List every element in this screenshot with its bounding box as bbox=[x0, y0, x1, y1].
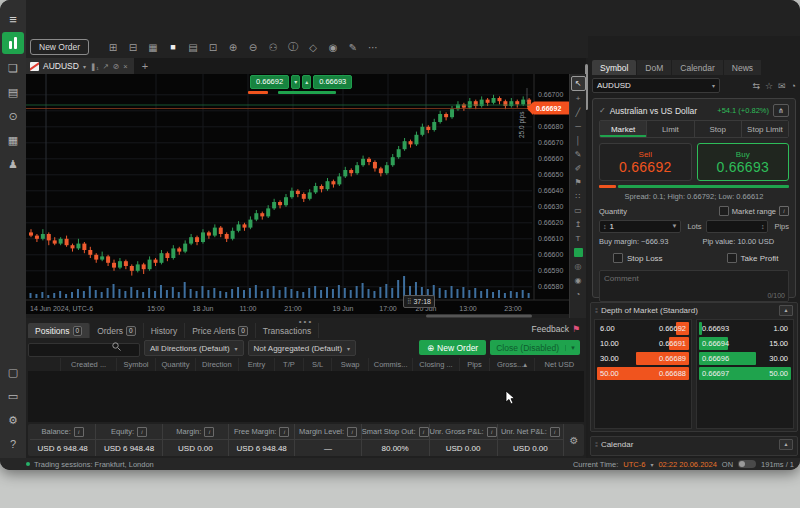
stepper-icon[interactable]: ↕ bbox=[603, 223, 607, 230]
alert-tool-icon[interactable]: ◔ bbox=[572, 288, 585, 301]
color-swatch-icon[interactable] bbox=[572, 246, 585, 259]
info-icon[interactable]: i bbox=[204, 427, 214, 437]
dom-ask-row[interactable]: 0.666931.00 bbox=[699, 322, 791, 335]
notes-icon[interactable]: ✎ bbox=[344, 38, 362, 56]
dom-bid-row[interactable]: 6.000.66692 bbox=[597, 322, 689, 335]
time-toggle[interactable] bbox=[738, 460, 756, 468]
positions-table-body[interactable] bbox=[28, 371, 584, 422]
column-header[interactable]: Commis... bbox=[368, 358, 412, 371]
info-icon[interactable]: i bbox=[550, 427, 560, 437]
quick-sell-button[interactable]: 0.66692 bbox=[250, 75, 289, 89]
column-header[interactable]: Quantity bbox=[155, 358, 195, 371]
visibility-icon[interactable]: ⊘ bbox=[113, 62, 119, 71]
accounts-icon[interactable]: ▤ bbox=[0, 80, 26, 104]
column-header[interactable]: Swap bbox=[331, 358, 368, 371]
column-header[interactable]: Direction bbox=[195, 358, 237, 371]
timezone-select[interactable]: UTC-6 bbox=[623, 460, 645, 469]
layouts-icon[interactable]: ⊟ bbox=[124, 38, 142, 56]
feedback-button[interactable]: Feedback ⚑ bbox=[532, 324, 580, 334]
chevron-down-icon[interactable]: ▾ bbox=[83, 63, 86, 70]
sell-button[interactable]: Sell 0.66692 bbox=[599, 143, 692, 181]
new-order-button-bottom[interactable]: ⊕ New Order bbox=[419, 340, 486, 355]
column-header[interactable]: T/P bbox=[274, 358, 303, 371]
tab-symbol[interactable]: Symbol bbox=[592, 60, 636, 75]
pin-tool-icon[interactable]: ⚑ bbox=[572, 176, 585, 189]
direction-filter-select[interactable]: All Directions (Default) ▾ bbox=[144, 340, 244, 356]
favorite-icon[interactable]: ☆ bbox=[765, 81, 773, 91]
info-icon[interactable]: i bbox=[779, 206, 789, 216]
zoom-out-icon[interactable]: ⊖ bbox=[244, 38, 262, 56]
market-range-toggle[interactable]: Market range i bbox=[719, 206, 789, 216]
drag-handle-icon[interactable]: ⁞⁞ bbox=[595, 441, 597, 448]
settings-gear-icon[interactable]: ⚙ bbox=[564, 424, 584, 456]
info-icon[interactable]: i bbox=[137, 427, 147, 437]
eye-icon[interactable]: ◉ bbox=[324, 38, 342, 56]
active-layout-icon[interactable]: ■ bbox=[164, 38, 182, 56]
list-view-icon[interactable]: ▤ bbox=[184, 38, 202, 56]
vline-tool-icon[interactable]: │ bbox=[572, 134, 585, 147]
tab-price-alerts[interactable]: Price Alerts0 bbox=[185, 323, 256, 338]
column-header[interactable]: Created ... bbox=[60, 358, 116, 371]
tab-orders[interactable]: Orders0 bbox=[90, 323, 144, 338]
help-icon[interactable]: ? bbox=[0, 432, 26, 456]
payments-icon[interactable]: ▭ bbox=[0, 384, 26, 408]
info-icon[interactable]: i bbox=[487, 427, 497, 437]
rectangle-tool-icon[interactable]: ▭ bbox=[572, 204, 585, 217]
dom-ask-row[interactable]: 0.6669630.00 bbox=[699, 352, 791, 365]
chart-tab-audusd[interactable]: AUDUSD ▾ ❚₁ ↗ ⊘ × bbox=[26, 58, 134, 74]
quantity-stepper[interactable]: ↕ 1 ▼ bbox=[599, 220, 681, 233]
timeframe-selector-icon[interactable]: ❚₁ bbox=[90, 62, 99, 71]
ellipse-tool-icon[interactable]: ◎ bbox=[572, 260, 585, 273]
comment-input[interactable] bbox=[599, 270, 789, 302]
price-chart[interactable]: 0.667000.666900.666800.666700.666600.666… bbox=[26, 74, 586, 318]
dom-ask-row[interactable]: 0.6669415.00 bbox=[699, 337, 791, 350]
info-icon[interactable]: i bbox=[279, 427, 289, 437]
column-header[interactable]: Gross... ▴ bbox=[489, 358, 533, 371]
order-tab-stop[interactable]: Stop bbox=[695, 121, 742, 137]
tab-positions[interactable]: Positions0 bbox=[28, 323, 90, 338]
hline-tool-icon[interactable]: ─ bbox=[572, 120, 585, 133]
dom-ask-row[interactable]: 0.6669750.00 bbox=[699, 367, 791, 380]
tab-news[interactable]: News bbox=[724, 60, 761, 75]
sentiment-icon[interactable]: ⋔ bbox=[773, 104, 789, 117]
calendar-header[interactable]: ⁞⁞ Calendar ▲ bbox=[591, 437, 797, 451]
tab-history[interactable]: History bbox=[144, 323, 185, 338]
column-header[interactable]: Symbol bbox=[116, 358, 154, 371]
plugins-icon[interactable]: ▦ bbox=[0, 128, 26, 152]
order-tab-market[interactable]: Market bbox=[600, 121, 647, 137]
more-icon[interactable]: ⋯ bbox=[364, 38, 382, 56]
copy-icon[interactable]: ❏ bbox=[0, 56, 26, 80]
market-range-checkbox[interactable] bbox=[719, 206, 729, 216]
column-header[interactable]: Net USD bbox=[534, 358, 584, 371]
stop-loss-checkbox[interactable] bbox=[613, 253, 623, 263]
quick-buy-icon[interactable]: ▴ bbox=[302, 75, 311, 89]
collapse-icon[interactable]: ▲ bbox=[779, 305, 793, 316]
edit-layout-icon[interactable]: ⊡ bbox=[204, 38, 222, 56]
column-header[interactable]: Closing ... bbox=[412, 358, 458, 371]
zoom-in-icon[interactable]: ⊕ bbox=[224, 38, 242, 56]
chevron-down-icon[interactable]: ▼ bbox=[565, 345, 580, 351]
dom-bid-row[interactable]: 10.000.66691 bbox=[597, 337, 689, 350]
quantity-unit-label[interactable]: Lots bbox=[687, 222, 701, 231]
quick-sell-icon[interactable]: ▾ bbox=[291, 75, 300, 89]
new-order-button[interactable]: New Order bbox=[30, 39, 89, 55]
column-header[interactable]: Entry bbox=[238, 358, 275, 371]
stop-loss-toggle[interactable]: Stop Loss bbox=[613, 253, 663, 263]
trade-icon[interactable] bbox=[2, 32, 24, 54]
marker-tool-icon[interactable]: ✐ bbox=[572, 162, 585, 175]
info-icon[interactable]: ⓘ bbox=[284, 38, 302, 56]
symbol-select[interactable]: AUDUSD ▾ bbox=[592, 78, 720, 93]
alert-icon[interactable]: ◔ bbox=[791, 81, 796, 91]
info-icon[interactable]: i bbox=[419, 427, 429, 437]
collapse-icon[interactable]: ▲ bbox=[779, 439, 793, 450]
arrow-tool-icon[interactable]: ↥ bbox=[572, 218, 585, 231]
analyze-icon[interactable]: ⊙ bbox=[0, 104, 26, 128]
drag-handle-icon[interactable]: ⁞⁞ bbox=[595, 307, 597, 314]
tab-transactions[interactable]: Transactions bbox=[256, 323, 319, 338]
community-icon[interactable]: ♟ bbox=[0, 152, 26, 176]
dom-bid-row[interactable]: 30.000.66689 bbox=[597, 352, 689, 365]
aggregation-filter-select[interactable]: Not Aggregated (Default) ▾ bbox=[248, 340, 357, 356]
quick-buy-button[interactable]: 0.66693 bbox=[313, 75, 352, 89]
menu-icon[interactable]: ≡ bbox=[0, 8, 26, 30]
workspace-icon[interactable]: ⊞ bbox=[104, 38, 122, 56]
